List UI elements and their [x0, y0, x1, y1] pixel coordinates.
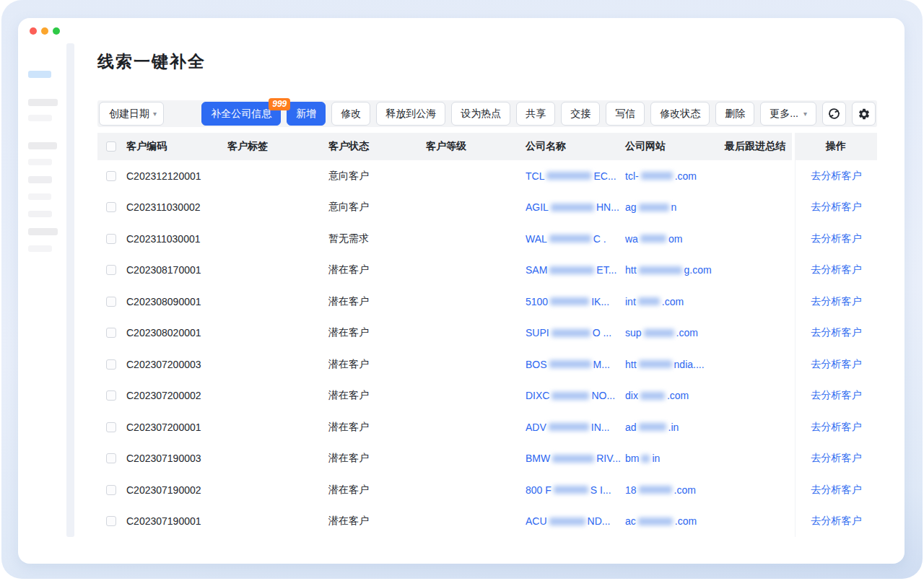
- analyze-link[interactable]: 去分析客户: [811, 421, 862, 434]
- more-button[interactable]: 更多... ▾: [760, 102, 816, 126]
- customer-tag-cell: [227, 160, 328, 192]
- analyze-link[interactable]: 去分析客户: [811, 389, 862, 402]
- customer-tag-cell: [227, 223, 328, 255]
- company-website-link[interactable]: 18 .com: [625, 474, 725, 506]
- minimize-window-button[interactable]: [41, 27, 48, 35]
- company-website-link[interactable]: ag n: [625, 192, 725, 224]
- customer-status-cell: 潜在客户: [328, 318, 426, 349]
- company-website-link[interactable]: sup .com: [625, 318, 725, 349]
- row-checkbox[interactable]: [106, 171, 116, 181]
- share-button[interactable]: 共享: [516, 102, 555, 126]
- customer-grade-cell: [426, 192, 526, 224]
- add-button[interactable]: 新增: [287, 102, 326, 126]
- write-letter-button[interactable]: 写信: [606, 102, 645, 126]
- analyze-link[interactable]: 去分析客户: [811, 515, 862, 528]
- sidebar-scrollbar[interactable]: [66, 43, 74, 537]
- company-website-link[interactable]: wa om: [625, 223, 725, 255]
- company-name-link[interactable]: ACU ND...: [526, 506, 625, 538]
- row-checkbox[interactable]: [106, 453, 116, 463]
- customer-grade-cell: [426, 411, 526, 443]
- company-website-link[interactable]: dix .com: [625, 380, 725, 412]
- website-visible-text: .com: [676, 327, 698, 338]
- company-name-link[interactable]: ADV IN...: [526, 411, 625, 443]
- release-to-pool-button[interactable]: 释放到公海: [376, 102, 445, 126]
- edit-button[interactable]: 修改: [331, 102, 370, 126]
- company-name-link[interactable]: SUPI O ...: [526, 318, 625, 349]
- col-customer-tag: 客户标签: [227, 133, 328, 160]
- app-window: 线索一键补全 创建日期 ▾ 补全公司信息 999 新增 修改 释放到公海 设为热…: [18, 18, 905, 564]
- row-checkbox[interactable]: [106, 297, 116, 307]
- row-checkbox[interactable]: [106, 202, 116, 212]
- delete-button-label: 删除: [725, 108, 745, 121]
- analyze-link[interactable]: 去分析客户: [811, 263, 862, 276]
- company-name-link[interactable]: 800 F S I...: [526, 474, 625, 506]
- company-website-link[interactable]: ac .com: [625, 506, 725, 538]
- handover-button[interactable]: 交接: [561, 102, 600, 126]
- company-name-link[interactable]: TCL EC...: [526, 160, 625, 192]
- company-name-link[interactable]: SAM ET...: [526, 255, 625, 287]
- row-checkbox[interactable]: [106, 516, 116, 526]
- company-website-link[interactable]: ad .in: [625, 411, 725, 443]
- action-cell: 去分析客户: [795, 349, 877, 380]
- company-name-link[interactable]: AGIL HN...: [526, 192, 625, 224]
- row-checkbox-cell: [97, 318, 126, 349]
- customer-grade-cell: [426, 255, 526, 287]
- change-status-button[interactable]: 修改状态: [650, 102, 710, 126]
- company-website-link[interactable]: tcl- .com: [625, 160, 725, 192]
- analyze-link[interactable]: 去分析客户: [811, 452, 862, 465]
- company-name-visible-text: DIXC: [526, 390, 549, 401]
- analyze-link[interactable]: 去分析客户: [811, 170, 862, 183]
- redacted-text-blur: [639, 423, 666, 431]
- table-row: C202307200001 潜在客户 ADV IN... ad .in 去分析客…: [97, 411, 877, 443]
- sidebar-skeleton-item: [28, 142, 57, 149]
- company-name-link[interactable]: WAL C .: [526, 223, 625, 255]
- company-name-link[interactable]: 5100 IK...: [526, 286, 625, 318]
- customer-status-cell: 潜在客户: [328, 286, 426, 318]
- maximize-window-button[interactable]: [53, 27, 60, 35]
- sidebar-item-active-skeleton[interactable]: [28, 71, 51, 78]
- company-name-link[interactable]: BMW RIV...: [526, 443, 625, 475]
- row-checkbox[interactable]: [106, 422, 116, 432]
- action-cell: 去分析客户: [795, 192, 877, 224]
- date-filter-select[interactable]: 创建日期 ▾: [99, 102, 164, 126]
- company-website-link[interactable]: bm in: [625, 443, 725, 475]
- customer-status-cell: 潜在客户: [328, 506, 426, 538]
- website-visible-text: 18: [625, 484, 637, 496]
- redacted-text-blur: [551, 204, 594, 211]
- company-website-link[interactable]: htt g.com: [625, 255, 725, 287]
- redacted-text-blur: [639, 486, 672, 494]
- row-checkbox-cell: [97, 443, 126, 475]
- complete-company-info-button[interactable]: 补全公司信息 999: [201, 102, 281, 126]
- customer-code-cell: C202312120001: [126, 160, 227, 192]
- row-checkbox-cell: [97, 411, 126, 443]
- row-checkbox[interactable]: [106, 390, 116, 401]
- analyze-link[interactable]: 去分析客户: [811, 232, 862, 245]
- row-checkbox[interactable]: [106, 265, 116, 275]
- row-checkbox[interactable]: [106, 485, 116, 495]
- close-window-button[interactable]: [30, 27, 37, 35]
- set-hotspot-button[interactable]: 设为热点: [451, 102, 510, 126]
- last-followup-cell: [725, 380, 795, 412]
- company-website-link[interactable]: htt ndia....: [625, 349, 725, 380]
- last-followup-cell: [725, 223, 795, 255]
- row-checkbox[interactable]: [106, 359, 116, 370]
- settings-button[interactable]: [852, 102, 876, 126]
- customer-status-cell: 潜在客户: [328, 411, 426, 443]
- company-website-link[interactable]: int .com: [625, 286, 725, 318]
- redacted-text-blur: [552, 455, 594, 463]
- company-name-link[interactable]: BOS M...: [526, 349, 625, 380]
- row-checkbox[interactable]: [106, 328, 116, 338]
- refresh-button[interactable]: [822, 102, 846, 126]
- analyze-link[interactable]: 去分析客户: [811, 358, 862, 371]
- analyze-link[interactable]: 去分析客户: [811, 484, 862, 497]
- redacted-text-blur: [549, 235, 591, 243]
- analyze-link[interactable]: 去分析客户: [811, 295, 862, 308]
- analyze-link[interactable]: 去分析客户: [811, 201, 862, 214]
- company-name-link[interactable]: DIXC NO...: [526, 380, 625, 412]
- analyze-link[interactable]: 去分析客户: [811, 326, 862, 339]
- row-checkbox[interactable]: [106, 234, 116, 244]
- website-visible-text: n: [671, 201, 677, 213]
- delete-button[interactable]: 删除: [715, 102, 754, 126]
- select-all-checkbox[interactable]: [106, 141, 116, 152]
- company-name-visible-text: 5100: [526, 296, 548, 307]
